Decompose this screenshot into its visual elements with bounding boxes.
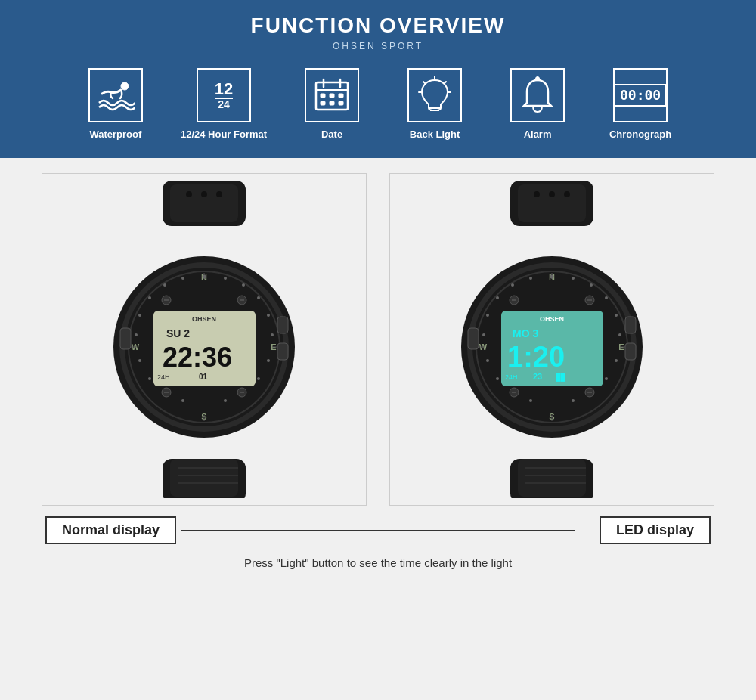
svg-point-49 bbox=[148, 296, 151, 299]
svg-point-46 bbox=[224, 399, 227, 402]
svg-text:01: 01 bbox=[199, 373, 208, 381]
svg-point-80 bbox=[534, 191, 540, 197]
chronograph-icon: 00:00 bbox=[614, 84, 667, 107]
svg-point-82 bbox=[564, 191, 570, 197]
feature-waterproof: Waterproof bbox=[78, 68, 153, 141]
svg-point-23 bbox=[201, 191, 207, 197]
svg-point-43 bbox=[267, 359, 270, 362]
feature-date: Date bbox=[294, 68, 370, 141]
svg-point-55 bbox=[181, 399, 184, 402]
svg-rect-6 bbox=[330, 94, 334, 98]
svg-text:1:20: 1:20 bbox=[507, 341, 565, 373]
svg-rect-7 bbox=[339, 94, 343, 98]
svg-point-40 bbox=[257, 296, 260, 299]
backlight-icon-box bbox=[407, 68, 462, 122]
date-icon-box bbox=[305, 68, 359, 122]
bulb-icon bbox=[416, 76, 454, 115]
svg-point-97 bbox=[590, 283, 593, 287]
svg-point-101 bbox=[615, 359, 618, 362]
svg-point-106 bbox=[511, 283, 514, 287]
svg-point-113 bbox=[529, 399, 532, 402]
feature-backlight: Back Light bbox=[397, 68, 472, 141]
alarm-icon-box bbox=[510, 68, 565, 122]
svg-point-47 bbox=[181, 277, 184, 280]
svg-point-102 bbox=[605, 377, 608, 380]
svg-point-107 bbox=[496, 296, 499, 299]
features-row: Waterproof 1224 12/24 Hour Format bbox=[30, 68, 726, 141]
normal-display-watch: N S W E bbox=[42, 173, 367, 506]
svg-point-44 bbox=[257, 377, 260, 380]
svg-point-52 bbox=[138, 359, 141, 362]
svg-point-48 bbox=[163, 283, 166, 287]
svg-rect-129 bbox=[625, 317, 636, 333]
svg-text:OHSEN: OHSEN bbox=[540, 315, 564, 323]
led-watch-svg: N S W E bbox=[435, 181, 669, 498]
svg-text:OHSEN: OHSEN bbox=[192, 315, 216, 323]
alarm-label: Alarm bbox=[524, 129, 552, 141]
svg-point-39 bbox=[242, 283, 245, 287]
svg-rect-131 bbox=[468, 328, 479, 349]
svg-text:23: 23 bbox=[533, 372, 542, 381]
caption-text: Press "Light" button to see the time cle… bbox=[244, 556, 512, 569]
bell-icon bbox=[518, 76, 557, 115]
svg-line-14 bbox=[423, 82, 425, 83]
svg-rect-130 bbox=[625, 343, 636, 360]
svg-line-15 bbox=[445, 82, 446, 83]
normal-display-label: Normal display bbox=[45, 516, 176, 544]
banner-subtitle: OHSEN SPORT bbox=[30, 41, 726, 51]
svg-point-105 bbox=[529, 277, 532, 280]
normal-watch-svg: N S W E bbox=[87, 181, 321, 498]
svg-rect-72 bbox=[120, 328, 131, 349]
svg-point-37 bbox=[203, 274, 206, 278]
svg-text:MO  3: MO 3 bbox=[513, 327, 538, 339]
title-line-right bbox=[517, 26, 668, 26]
svg-text:SU  2: SU 2 bbox=[166, 327, 190, 339]
svg-rect-8 bbox=[321, 101, 325, 105]
svg-point-104 bbox=[572, 399, 575, 402]
watches-row: N S W E bbox=[30, 173, 726, 506]
bottom-section: N S W E bbox=[0, 158, 756, 581]
hour-format-icon: 1224 bbox=[215, 81, 233, 110]
backlight-label: Back Light bbox=[410, 129, 460, 141]
svg-text:██: ██ bbox=[556, 373, 565, 382]
svg-point-81 bbox=[549, 191, 555, 197]
feature-hour-format: 1224 12/24 Hour Format bbox=[181, 68, 267, 141]
svg-point-111 bbox=[496, 377, 499, 380]
svg-point-24 bbox=[216, 191, 222, 197]
svg-point-22 bbox=[186, 191, 192, 197]
svg-point-51 bbox=[135, 333, 138, 336]
calendar-icon bbox=[313, 76, 351, 114]
banner-title: FUNCTION OVERVIEW bbox=[251, 14, 506, 38]
banner: FUNCTION OVERVIEW OHSEN SPORT Waterproof bbox=[0, 0, 756, 158]
svg-text:24H: 24H bbox=[157, 373, 170, 381]
svg-rect-70 bbox=[277, 317, 288, 333]
svg-point-99 bbox=[615, 314, 618, 317]
svg-text:24H: 24H bbox=[505, 373, 518, 381]
svg-point-50 bbox=[138, 314, 141, 317]
svg-rect-5 bbox=[321, 94, 325, 98]
display-labels-row: Normal display LED display bbox=[45, 516, 711, 544]
svg-point-41 bbox=[267, 314, 270, 317]
hour-format-label: 12/24 Hour Format bbox=[181, 129, 267, 141]
svg-rect-9 bbox=[330, 101, 334, 105]
svg-rect-10 bbox=[339, 101, 343, 105]
hour-format-icon-box: 1224 bbox=[197, 68, 251, 122]
svg-point-0 bbox=[121, 82, 129, 90]
svg-point-19 bbox=[536, 77, 540, 81]
svg-rect-133 bbox=[518, 459, 586, 497]
banner-title-row: FUNCTION OVERVIEW bbox=[30, 14, 726, 38]
date-label: Date bbox=[321, 129, 342, 141]
led-display-label: LED display bbox=[600, 516, 711, 544]
label-connector-line bbox=[181, 530, 575, 531]
led-display-watch: N S W E bbox=[389, 173, 714, 506]
chronograph-label: Chronograph bbox=[609, 129, 671, 141]
feature-alarm: Alarm bbox=[500, 68, 575, 141]
chronograph-icon-box: 00:00 bbox=[613, 68, 668, 122]
svg-point-110 bbox=[486, 359, 489, 362]
swimmer-icon bbox=[96, 76, 135, 115]
svg-text:22:36: 22:36 bbox=[163, 342, 232, 373]
waterproof-icon-box bbox=[88, 68, 143, 122]
svg-point-42 bbox=[271, 333, 274, 336]
svg-point-98 bbox=[605, 296, 608, 299]
svg-rect-74 bbox=[170, 459, 238, 497]
